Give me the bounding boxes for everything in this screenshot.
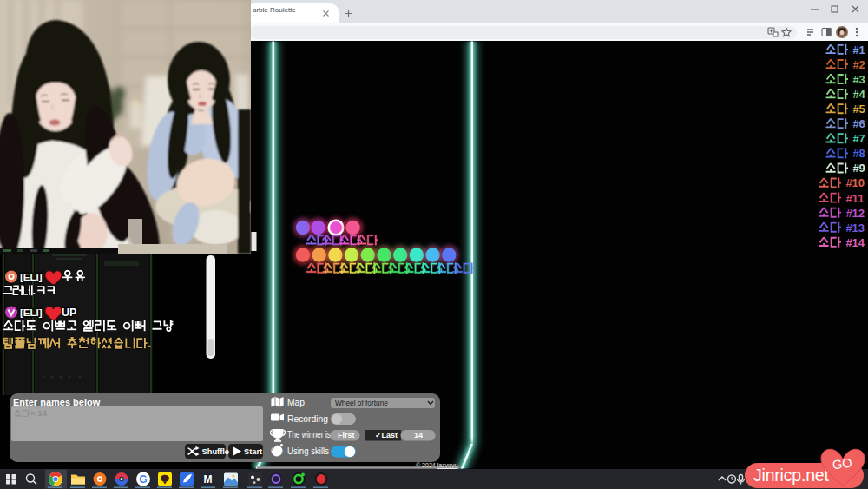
- svg-text:Wheel of fortune: Wheel of fortune: [335, 399, 388, 407]
- svg-text:✓Last: ✓Last: [375, 431, 398, 439]
- svg-text:GO: GO: [832, 456, 853, 472]
- svg-text:14: 14: [414, 431, 423, 439]
- svg-text:M: M: [204, 473, 213, 486]
- svg-text:First: First: [338, 431, 355, 439]
- svg-text:.: .: [148, 336, 151, 350]
- svg-text:Shuffle: Shuffle: [202, 447, 230, 456]
- svg-text:#13: #13: [845, 221, 865, 235]
- svg-text:[ELI]: [ELI]: [20, 307, 43, 318]
- svg-text:Map: Map: [287, 398, 305, 407]
- svg-text:#10: #10: [845, 176, 865, 189]
- svg-text:G: G: [139, 473, 147, 486]
- svg-text:The winner is: The winner is: [287, 430, 331, 439]
- svg-text:#1: #1: [852, 43, 865, 56]
- svg-text:#12: #12: [845, 207, 865, 220]
- svg-text:#8: #8: [852, 147, 865, 160]
- svg-text:UP: UP: [62, 307, 76, 319]
- svg-text:#11: #11: [845, 192, 864, 205]
- svg-text:#3: #3: [852, 73, 865, 86]
- svg-text:Using skills: Using skills: [287, 446, 329, 456]
- svg-text:#5: #5: [852, 102, 865, 116]
- svg-text:Recording: Recording: [287, 414, 328, 424]
- svg-text:[ELI]: [ELI]: [20, 272, 43, 282]
- svg-text:× 14: × 14: [30, 408, 47, 418]
- svg-text:Start: Start: [244, 447, 262, 456]
- svg-text:.: .: [32, 284, 36, 297]
- svg-text:#2: #2: [852, 58, 865, 71]
- svg-text:#7: #7: [852, 132, 865, 145]
- svg-text:#9: #9: [852, 162, 865, 175]
- svg-text:#6: #6: [852, 117, 865, 130]
- svg-text:#4: #4: [852, 88, 865, 101]
- svg-text:#14: #14: [845, 236, 865, 249]
